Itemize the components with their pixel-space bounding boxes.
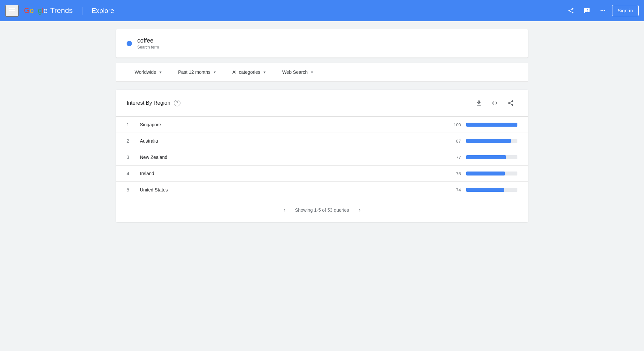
sign-in-button[interactable]: Sign in bbox=[612, 5, 639, 16]
pagination-text: Showing 1-5 of 53 queries bbox=[295, 207, 349, 213]
region-bar-container: 87 bbox=[451, 139, 517, 144]
region-name: Ireland bbox=[140, 171, 451, 176]
category-chevron-icon: ▼ bbox=[263, 70, 266, 74]
time-filter-label: Past 12 months bbox=[178, 69, 210, 75]
region-bar-fill bbox=[466, 188, 504, 192]
search-type-filter[interactable]: Web Search ▼ bbox=[274, 63, 322, 81]
location-filter[interactable]: Worldwide ▼ bbox=[127, 63, 170, 81]
share-button[interactable] bbox=[564, 4, 578, 17]
region-bar-fill bbox=[466, 139, 511, 143]
region-card-header: Interest By Region ? bbox=[116, 90, 528, 117]
region-name: United States bbox=[140, 187, 451, 192]
app-header: Google Trends Explore Sign in bbox=[0, 0, 644, 21]
region-rank: 3 bbox=[127, 155, 140, 160]
embed-button[interactable] bbox=[488, 96, 501, 110]
search-type-filter-label: Web Search bbox=[282, 69, 308, 75]
filter-bar: Worldwide ▼ Past 12 months ▼ All categor… bbox=[116, 63, 528, 82]
search-term-label: Search term bbox=[137, 45, 159, 50]
region-bar-fill bbox=[466, 172, 505, 176]
time-filter[interactable]: Past 12 months ▼ bbox=[170, 63, 224, 81]
region-bar-wrapper bbox=[466, 155, 517, 159]
region-list: 1 Singapore 100 2 Australia 87 3 New Zea… bbox=[116, 117, 528, 198]
search-term-dot bbox=[127, 41, 132, 46]
region-score: 100 bbox=[451, 122, 461, 127]
region-list-item[interactable]: 3 New Zealand 77 bbox=[116, 149, 528, 166]
search-term-value: coffee bbox=[137, 37, 159, 44]
page-title: Explore bbox=[92, 7, 114, 15]
location-filter-label: Worldwide bbox=[135, 69, 156, 75]
region-rank: 5 bbox=[127, 187, 140, 192]
search-term-info: coffee Search term bbox=[137, 37, 159, 50]
region-name: Singapore bbox=[140, 122, 451, 127]
region-bar-container: 75 bbox=[451, 171, 517, 176]
search-type-chevron-icon: ▼ bbox=[310, 70, 314, 74]
region-list-item[interactable]: 1 Singapore 100 bbox=[116, 117, 528, 133]
category-filter[interactable]: All categories ▼ bbox=[224, 63, 274, 81]
header-left: Google Trends Explore bbox=[5, 5, 564, 17]
region-score: 74 bbox=[451, 187, 461, 192]
share-region-button[interactable] bbox=[504, 96, 517, 110]
pagination-prev-button[interactable]: ‹ bbox=[279, 205, 290, 215]
region-bar-container: 77 bbox=[451, 155, 517, 160]
region-list-item[interactable]: 5 United States 74 bbox=[116, 182, 528, 198]
region-bar-wrapper bbox=[466, 123, 517, 127]
region-name: Australia bbox=[140, 138, 451, 144]
help-icon[interactable]: ? bbox=[174, 100, 180, 106]
region-bar-fill bbox=[466, 123, 517, 127]
region-bar-wrapper bbox=[466, 188, 517, 192]
region-bar-wrapper bbox=[466, 139, 517, 143]
region-list-item[interactable]: 4 Ireland 75 bbox=[116, 166, 528, 182]
region-score: 77 bbox=[451, 155, 461, 160]
logo-trends-text: Trends bbox=[50, 6, 73, 15]
category-filter-label: All categories bbox=[232, 69, 260, 75]
region-bar-wrapper bbox=[466, 172, 517, 176]
region-name: New Zealand bbox=[140, 155, 451, 160]
region-card-title: Interest By Region ? bbox=[127, 100, 180, 106]
region-list-item[interactable]: 2 Australia 87 bbox=[116, 133, 528, 149]
location-chevron-icon: ▼ bbox=[159, 70, 162, 74]
next-icon: › bbox=[359, 207, 361, 213]
logo-google-text: Google bbox=[24, 6, 48, 15]
google-trends-logo: Google Trends bbox=[24, 6, 73, 15]
region-title-text: Interest By Region bbox=[127, 100, 170, 106]
hamburger-menu-button[interactable] bbox=[5, 5, 19, 17]
logo-divider bbox=[82, 7, 82, 15]
region-score: 87 bbox=[451, 139, 461, 144]
region-bar-fill bbox=[466, 155, 506, 159]
region-score: 75 bbox=[451, 171, 461, 176]
download-button[interactable] bbox=[472, 96, 485, 110]
region-rank: 2 bbox=[127, 138, 140, 144]
card-actions bbox=[472, 96, 517, 110]
notifications-button[interactable] bbox=[580, 4, 593, 17]
region-rank: 4 bbox=[127, 171, 140, 176]
region-by-interest-card: Interest By Region ? 1 Singapore 100 bbox=[116, 90, 528, 222]
region-bar-container: 100 bbox=[451, 122, 517, 127]
region-rank: 1 bbox=[127, 122, 140, 127]
main-content: coffee Search term Worldwide ▼ Past 12 m… bbox=[89, 29, 555, 222]
region-bar-container: 74 bbox=[451, 187, 517, 192]
time-chevron-icon: ▼ bbox=[213, 70, 216, 74]
pagination-next-button[interactable]: › bbox=[354, 205, 365, 215]
apps-button[interactable] bbox=[596, 4, 609, 17]
header-right: Sign in bbox=[564, 4, 639, 17]
prev-icon: ‹ bbox=[283, 207, 285, 213]
search-term-card: coffee Search term bbox=[116, 29, 528, 58]
pagination: ‹ Showing 1-5 of 53 queries › bbox=[116, 198, 528, 222]
